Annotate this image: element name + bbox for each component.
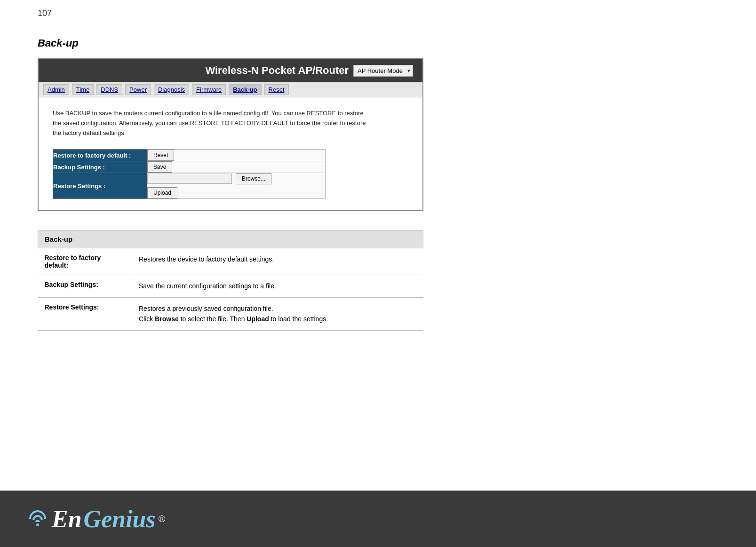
nav-firmware[interactable]: Firmware — [192, 84, 226, 95]
nav-backup[interactable]: Back-up — [229, 84, 261, 95]
upload-button[interactable]: Upload — [147, 187, 177, 198]
file-path-input[interactable] — [147, 174, 232, 184]
table-row: Restore to factory default : Reset — [53, 150, 326, 161]
nav-admin[interactable]: Admin — [43, 84, 69, 95]
desc-table-wrapper: Back-up Restore to factory default: Rest… — [38, 230, 423, 330]
router-title: Wireless-N Pocket AP/Router — [201, 64, 354, 77]
router-body: Use BACKUP to save the routers current c… — [39, 97, 422, 210]
mode-dropdown[interactable]: AP Router Mode — [353, 65, 413, 77]
page-number: 107 — [0, 0, 756, 18]
logo-genius: Genius — [84, 505, 156, 533]
nav-time[interactable]: Time — [72, 84, 94, 95]
table-row: Restore Settings : Browse... Upload — [53, 173, 326, 199]
router-ui: Wireless-N Pocket AP/Router AP Router Mo… — [38, 58, 423, 211]
term-backup-settings: Backup Settings: — [38, 275, 132, 297]
def-backup-settings: Save the current configuration settings … — [132, 275, 423, 297]
logo-reg: ® — [159, 514, 166, 524]
nav-reset[interactable]: Reset — [264, 84, 289, 95]
def-restore-factory: Restores the device to factory default s… — [132, 248, 423, 275]
file-input-row: Browse... — [147, 173, 325, 184]
footer: EnGenius® — [0, 491, 756, 547]
mode-select-wrapper[interactable]: AP Router Mode — [353, 65, 413, 77]
settings-table: Restore to factory default : Reset Backu… — [53, 149, 326, 199]
router-header: Wireless-N Pocket AP/Router AP Router Mo… — [39, 59, 422, 82]
control-restore-settings: Browse... Upload — [147, 173, 326, 199]
reset-button[interactable]: Reset — [147, 150, 174, 161]
term-restore-settings: Restore Settings: — [38, 297, 132, 330]
term-restore-factory: Restore to factory default: — [38, 248, 132, 275]
control-restore-factory: Reset — [147, 150, 326, 161]
wifi-icon — [28, 511, 47, 526]
control-backup-settings: Save — [147, 161, 326, 173]
desc-table: Back-up Restore to factory default: Rest… — [38, 230, 423, 330]
browse-button[interactable]: Browse... — [236, 173, 271, 184]
nav-diagnosis[interactable]: Diagnosis — [154, 84, 189, 95]
desc-table-header: Back-up — [38, 230, 423, 248]
router-nav: Admin Time DDNS Power Diagnosis Firmware… — [39, 82, 422, 97]
nav-power[interactable]: Power — [125, 84, 151, 95]
description-text: Use BACKUP to save the routers current c… — [53, 109, 373, 138]
label-restore-factory: Restore to factory default : — [53, 150, 147, 161]
label-backup-settings: Backup Settings : — [53, 161, 147, 173]
nav-ddns[interactable]: DDNS — [96, 84, 122, 95]
save-button[interactable]: Save — [147, 161, 172, 173]
def-restore-settings: Restores a previously saved configuratio… — [132, 297, 423, 330]
engenius-logo: EnGenius® — [28, 505, 166, 533]
table-row: Restore to factory default: Restores the… — [38, 248, 423, 275]
table-row: Backup Settings: Save the current config… — [38, 275, 423, 297]
section-title: Back-up — [38, 37, 718, 49]
table-row: Backup Settings : Save — [53, 161, 326, 173]
table-row: Restore Settings: Restores a previously … — [38, 297, 423, 330]
logo-en: En — [52, 505, 82, 533]
label-restore-settings: Restore Settings : — [53, 173, 147, 199]
